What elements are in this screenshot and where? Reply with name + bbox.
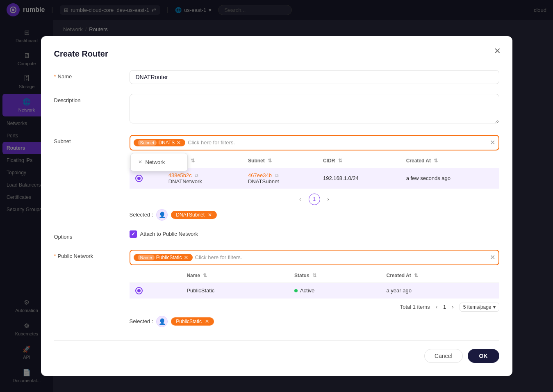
- name-field: [130, 70, 499, 84]
- create-router-modal: Create Router ✕ * Name Description Subne: [41, 36, 512, 376]
- public-network-field: Name PublicStatic ✕ Click here for filte…: [130, 250, 499, 327]
- form-row-public-network: * Public Network Name PublicStatic ✕ Cli…: [54, 250, 499, 327]
- network-name: DNATNetwork: [168, 178, 202, 185]
- pn-selected-tag-remove[interactable]: ✕: [205, 319, 209, 324]
- total-items-label: Total 1 items: [400, 304, 430, 310]
- subnet-selected-tag-value: DNATSubnet: [176, 212, 205, 218]
- subnet-id-link[interactable]: 467ee34b: [248, 172, 272, 178]
- subnet-name: DNATSubnet: [248, 178, 279, 185]
- subnet-selected-label: Selected :: [130, 212, 153, 218]
- public-network-table: Name ⇅ Status ⇅ Created At ⇅: [130, 269, 499, 299]
- created-at-value: a few seconds ago: [401, 168, 499, 189]
- subnet-tag: Subnet DNATS ✕: [134, 139, 186, 146]
- public-network-tag-remove[interactable]: ✕: [184, 255, 189, 260]
- attach-to-public-network-checkbox[interactable]: [130, 230, 137, 238]
- cidr-value: 192.168.1.0/24: [317, 168, 401, 189]
- description-label: Description: [54, 94, 120, 103]
- cancel-button[interactable]: Cancel: [424, 349, 463, 363]
- public-network-tag-value: PublicStatic: [156, 255, 182, 260]
- status-dot: [294, 289, 298, 292]
- public-network-tag-input[interactable]: Name PublicStatic ✕ Click here for filte…: [130, 250, 499, 265]
- description-input[interactable]: [130, 94, 499, 123]
- pn-status-sort-icon: ⇅: [312, 273, 316, 278]
- pn-selected-label: Selected :: [130, 318, 153, 324]
- pn-col-select: [130, 269, 181, 283]
- options-field: Attach to Public Network: [130, 230, 499, 238]
- network-sort-icon: ⇅: [191, 158, 195, 164]
- pn-col-status[interactable]: Status ⇅: [289, 269, 381, 283]
- subnet-col-subnet[interactable]: Subnet ⇅: [242, 154, 317, 168]
- per-page-selector[interactable]: 5 items/page ▾: [460, 303, 499, 312]
- form-row-name: * Name: [54, 70, 499, 84]
- public-network-pagination-info: Total 1 items ‹ 1 › 5 items/page ▾: [130, 303, 499, 312]
- subnet-copy-icon[interactable]: ⧉: [275, 173, 279, 178]
- subnet-tag-value: DNATS: [158, 140, 175, 146]
- public-network-tag-clear[interactable]: ✕: [490, 253, 495, 261]
- attach-to-public-network-wrapper: Attach to Public Network: [130, 230, 499, 238]
- pn-status-badge: Active: [294, 287, 375, 294]
- pn-row-radio[interactable]: [135, 287, 143, 294]
- next-page-button[interactable]: ›: [323, 194, 334, 205]
- subnet-filter-dropdown: ✕ Network: [130, 153, 188, 171]
- table-row[interactable]: PublicStatic Active a year ago: [130, 283, 499, 299]
- pn-name-sort-icon: ⇅: [203, 273, 207, 278]
- modal-backdrop: Create Router ✕ * Name Description Subne: [0, 0, 553, 392]
- subnet-sort-icon: ⇅: [268, 158, 272, 164]
- network-id-link[interactable]: 438e5b2c: [168, 172, 192, 178]
- pn-selected-tag: PublicStatic ✕: [171, 317, 214, 326]
- network-copy-icon[interactable]: ⧉: [195, 173, 198, 178]
- pn-col-name[interactable]: Name ⇅: [181, 269, 289, 283]
- public-network-selected-section: Selected : 👤 PublicStatic ✕: [130, 316, 499, 327]
- modal-close-button[interactable]: ✕: [491, 44, 504, 57]
- form-row-options: Options Attach to Public Network: [54, 230, 499, 240]
- prev-page-button[interactable]: ‹: [295, 194, 306, 205]
- subnet-tag-remove[interactable]: ✕: [176, 140, 181, 146]
- public-network-tag: Name PublicStatic ✕: [134, 254, 193, 261]
- options-label: Options: [54, 230, 120, 240]
- page-number[interactable]: 1: [309, 194, 320, 205]
- subnet-filter-placeholder: Click here for filters.: [188, 139, 487, 146]
- subnet-selected-tag: DNATSubnet ✕: [171, 211, 217, 219]
- subnet-tag-key: Subnet: [138, 140, 157, 146]
- ok-button[interactable]: OK: [468, 349, 499, 363]
- pn-name-value: PublicStatic: [181, 283, 289, 299]
- pn-created-sort-icon: ⇅: [414, 273, 418, 278]
- pn-avatar-icon[interactable]: 👤: [156, 316, 168, 327]
- pn-prev-page-button[interactable]: ‹: [433, 303, 440, 311]
- subnet-col-created[interactable]: Created At ⇅: [401, 154, 499, 168]
- public-network-label: * Public Network: [54, 250, 120, 259]
- form-row-subnet: Subnet Subnet DNATS ✕ Click here for fil…: [54, 135, 499, 221]
- public-network-tag-key: Name: [138, 255, 155, 260]
- subnet-label: Subnet: [54, 135, 120, 144]
- subnet-tag-input[interactable]: Subnet DNATS ✕ Click here for filters. ✕…: [130, 135, 499, 150]
- name-input[interactable]: [130, 70, 499, 84]
- modal-footer: Cancel OK: [54, 340, 499, 363]
- modal-title: Create Router: [54, 49, 499, 59]
- subnet-selected-tag-remove[interactable]: ✕: [208, 212, 212, 218]
- public-network-filter-placeholder: Click here for filters.: [195, 254, 487, 260]
- subnet-dropdown-network[interactable]: ✕ Network: [134, 157, 184, 168]
- form-row-description: Description: [54, 94, 499, 125]
- subnet-avatar-icon[interactable]: 👤: [156, 209, 168, 221]
- pn-next-page-button[interactable]: ›: [449, 303, 456, 311]
- pn-col-created[interactable]: Created At ⇅: [380, 269, 499, 283]
- dropdown-x-icon: ✕: [138, 159, 142, 165]
- subnet-col-cidr[interactable]: CIDR ⇅: [317, 154, 401, 168]
- pn-created-at-value: a year ago: [380, 283, 499, 299]
- created-sort-icon: ⇅: [434, 158, 438, 164]
- subnet-selected-section: Selected : 👤 DNATSubnet ✕: [130, 209, 499, 221]
- cidr-sort-icon: ⇅: [338, 158, 342, 164]
- name-label: * Name: [54, 70, 120, 80]
- subnet-pagination: ‹ 1 ›: [130, 194, 499, 205]
- subnet-tag-clear[interactable]: ✕: [490, 139, 495, 146]
- attach-to-public-network-label: Attach to Public Network: [140, 231, 198, 237]
- subnet-field: Subnet DNATS ✕ Click here for filters. ✕…: [130, 135, 499, 221]
- status-text: Active: [300, 287, 314, 294]
- pn-page-number: 1: [443, 304, 446, 310]
- subnet-row-radio[interactable]: [135, 175, 143, 182]
- description-field: [130, 94, 499, 125]
- pn-selected-tag-value: PublicStatic: [176, 319, 202, 324]
